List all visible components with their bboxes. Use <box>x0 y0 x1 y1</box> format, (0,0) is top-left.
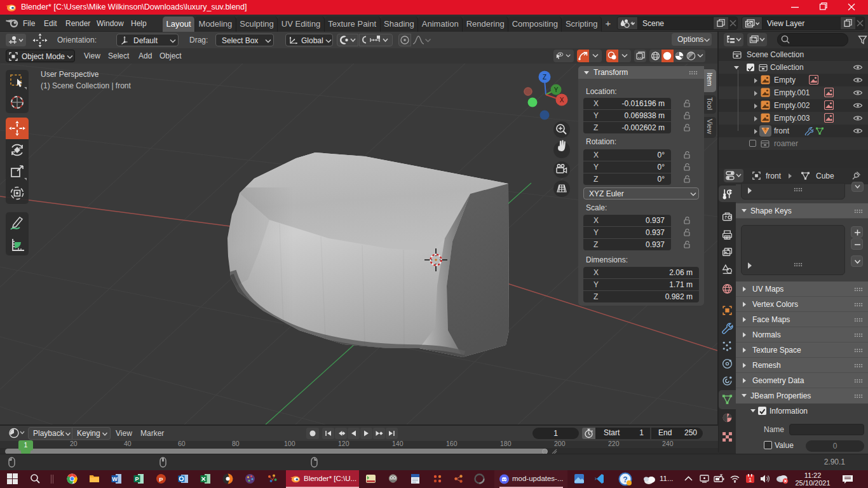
svg-text:P: P <box>159 476 163 483</box>
svg-text:P: P <box>135 476 139 482</box>
svg-text:W: W <box>112 476 118 482</box>
svg-text:1: 1 <box>749 477 752 483</box>
svg-text:Y: Y <box>554 86 559 93</box>
svg-text:Z: Z <box>543 74 546 81</box>
svg-text:X: X <box>560 97 564 104</box>
